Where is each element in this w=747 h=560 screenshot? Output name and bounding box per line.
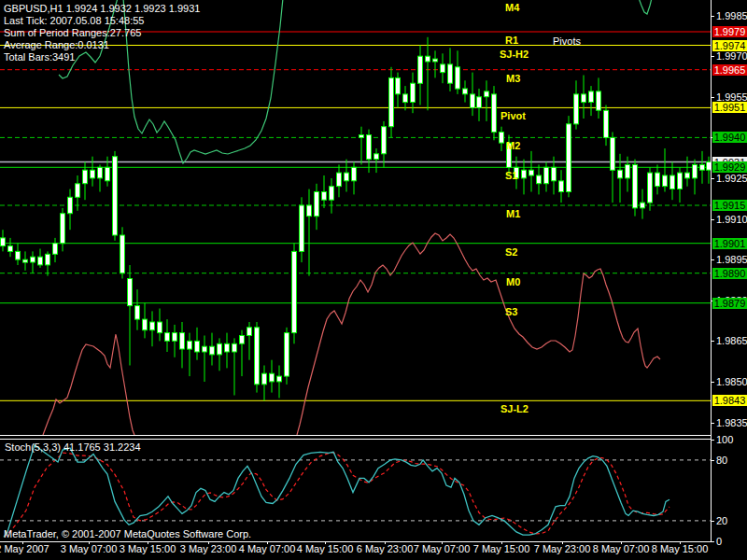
candle [411,73,416,114]
candle [633,160,638,217]
price-tick-label: 1.9835 [716,418,747,428]
candle [233,338,237,395]
candle [247,322,252,360]
candle [322,175,327,208]
stoch-pane-top-border [0,439,712,440]
candle [389,67,394,138]
pivot-price-badge-M1: 1.9915 [712,200,747,211]
stoch-pane-bottom-border [0,541,712,542]
candle [330,178,334,214]
candle [173,325,177,357]
candle [604,105,609,147]
candle [225,333,230,369]
candle [292,244,297,344]
candle [597,77,601,119]
candle [218,338,222,371]
candle [641,189,645,219]
candle [158,309,162,342]
candle [277,366,282,399]
candle [529,151,534,192]
candle [582,76,586,119]
pivot-price-badge-M0: 1.9890 [712,268,747,279]
pivot-price-badge-S3: 1.9879 [712,298,747,309]
pivot-price-badge-M2: 1.9940 [712,132,747,143]
candle [374,148,379,173]
candle [352,162,357,195]
candle [367,130,372,174]
candle [396,73,401,108]
candle [693,160,698,195]
candle [240,330,245,376]
candle [203,336,207,383]
candle [544,162,549,192]
candle [441,53,445,83]
candle [589,86,594,116]
pivot-price-badge-Pivot: 1.9951 [712,102,747,113]
candle [537,164,542,194]
main-chart-canvas[interactable] [0,0,712,435]
candle [180,322,185,368]
candle [165,319,170,352]
price-tick-label: 1.9895 [716,255,747,265]
candle [426,37,430,111]
candle [120,227,125,278]
candle [307,189,312,276]
candle [1,230,6,251]
candle [38,249,43,268]
range-envelope-green [123,0,283,163]
average-range-crimson [297,233,660,435]
price-tick-label: 1.9985 [716,11,747,21]
main-pane-bottom-border [0,435,712,436]
average-range-crimson [43,334,134,435]
stochastic-pane[interactable] [0,439,712,541]
candle [91,157,95,187]
candle [663,148,668,192]
price-tick-label: 1.9865 [716,336,747,346]
candle [433,50,438,77]
candle [359,127,364,165]
candle [678,167,683,203]
range-envelope-green [59,0,118,78]
candle [522,160,527,195]
candle [655,164,660,194]
pivot-price-badge-S1: 1.9929 [712,161,747,173]
metatrader-chart-window: GBPUSD,H1 1.9924 1.9932 1.9923 1.9931 La… [0,0,747,560]
pivot-price-badge-SJ-L2: 1.9843 [712,395,747,406]
price-tick-label: 1.9850 [716,377,747,387]
candle [285,328,289,385]
candle [471,73,475,117]
candle [188,333,192,377]
main-chart-pane[interactable] [0,0,712,435]
price-tick-label: 1.9970 [716,51,747,62]
candle [46,251,50,275]
candle [456,50,460,94]
chart-right-border [711,0,712,541]
candle [337,164,342,197]
stoch-tick-label: 20 [716,516,727,526]
candle [68,189,73,231]
candle [700,151,705,184]
range-envelope-green [639,0,652,14]
time-tick-label: 8 May 15:00 [638,543,722,554]
candle [463,80,468,102]
candle [61,208,65,252]
candle [611,133,615,203]
candle [574,80,579,129]
stoch-main-line [4,445,669,538]
stochastic-canvas[interactable] [0,439,712,541]
candle [31,251,35,273]
candle [648,167,653,211]
candle [315,184,319,230]
candle [300,197,304,262]
candle [345,160,349,192]
candle [128,265,133,366]
candle [98,164,103,191]
pivot-price-badge-S2: 1.9901 [712,238,747,249]
candle [567,116,571,197]
candle [500,127,504,151]
candle [492,86,497,140]
candle [113,151,118,241]
candle [618,154,623,203]
pivot-price-badge-M3: 1.9965 [712,64,747,76]
candle [255,322,260,393]
